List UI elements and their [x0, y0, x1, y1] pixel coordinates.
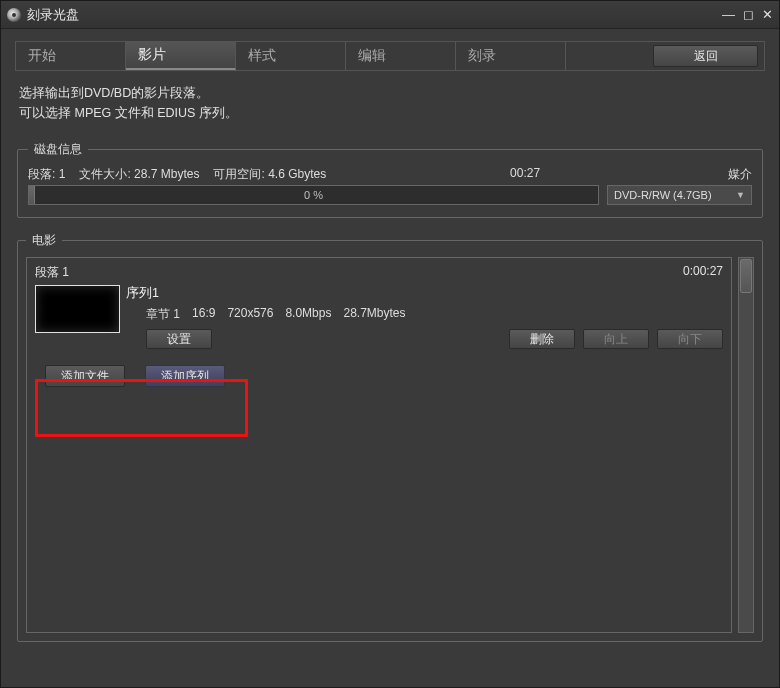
content-area: 开始 影片 样式 编辑 刻录 返回 选择输出到DVD/BD的影片段落。 可以选择… — [1, 29, 779, 668]
back-button[interactable]: 返回 — [653, 45, 758, 67]
add-file-label: 添加文件 — [61, 368, 109, 385]
back-button-label: 返回 — [694, 48, 718, 65]
tab-style-label: 样式 — [248, 47, 276, 65]
clip-settings-label: 设置 — [167, 331, 191, 348]
tab-movie[interactable]: 影片 — [126, 42, 236, 70]
clip-aspect: 16:9 — [192, 306, 215, 323]
clip-delete-button[interactable]: 删除 — [509, 329, 575, 349]
movie-list: 段落 1 0:00:27 序列1 章节 1 — [26, 257, 732, 633]
disc-icon — [7, 8, 21, 22]
tab-movie-label: 影片 — [138, 46, 166, 64]
clip-moveup-label: 向上 — [604, 331, 628, 348]
clip-seq-title: 序列1 — [126, 285, 723, 302]
clip-duration: 0:00:27 — [683, 264, 723, 281]
titlebar: 刻录光盘 — ◻ ✕ — [1, 1, 779, 29]
disk-progress-fill — [29, 186, 35, 204]
tab-style[interactable]: 样式 — [236, 42, 346, 70]
clip-moveup-button[interactable]: 向上 — [583, 329, 649, 349]
add-file-button[interactable]: 添加文件 — [45, 365, 125, 387]
window-title: 刻录光盘 — [27, 6, 79, 24]
disk-time: 00:27 — [510, 166, 540, 183]
tab-bar: 开始 影片 样式 编辑 刻录 返回 — [15, 41, 765, 71]
close-icon[interactable]: ✕ — [762, 7, 773, 22]
clip-info: 序列1 章节 1 16:9 720x576 8.0Mbps 28. — [126, 285, 723, 349]
tab-burn[interactable]: 刻录 — [456, 42, 566, 70]
help-line2: 可以选择 MPEG 文件和 EDIUS 序列。 — [19, 103, 761, 123]
clip-movedown-label: 向下 — [678, 331, 702, 348]
tab-start[interactable]: 开始 — [16, 42, 126, 70]
clip-bitrate: 8.0Mbps — [285, 306, 331, 323]
burn-disc-window: 刻录光盘 — ◻ ✕ 开始 影片 样式 编辑 刻录 返回 选择输出到DVD/BD… — [0, 0, 780, 688]
freespace-stat: 可用空间: 4.6 Gbytes — [213, 166, 326, 183]
movie-scrollbar[interactable] — [738, 257, 754, 633]
filesize-stat: 文件大小: 28.7 Mbytes — [79, 166, 199, 183]
add-sequence-button[interactable]: 添加序列 — [145, 365, 225, 387]
minimize-icon[interactable]: — — [722, 7, 735, 22]
help-text: 选择输出到DVD/BD的影片段落。 可以选择 MPEG 文件和 EDIUS 序列… — [19, 83, 761, 123]
media-select[interactable]: DVD-R/RW (4.7GB) ▼ — [607, 185, 752, 205]
tab-edit-label: 编辑 — [358, 47, 386, 65]
tab-burn-label: 刻录 — [468, 47, 496, 65]
movie-legend: 电影 — [26, 232, 62, 249]
clip-thumbnail[interactable] — [35, 285, 120, 333]
help-line1: 选择输出到DVD/BD的影片段落。 — [19, 83, 761, 103]
disk-progress-row: 0 % DVD-R/RW (4.7GB) ▼ — [28, 185, 752, 205]
tab-start-label: 开始 — [28, 47, 56, 65]
chevron-down-icon: ▼ — [736, 190, 745, 200]
media-label: 媒介 — [728, 166, 752, 183]
clip-name: 段落 1 — [35, 264, 69, 281]
maximize-icon[interactable]: ◻ — [743, 7, 754, 22]
disk-info-legend: 磁盘信息 — [28, 141, 88, 158]
add-sequence-label: 添加序列 — [161, 368, 209, 385]
clip-size: 28.7Mbytes — [343, 306, 405, 323]
clip-settings-button[interactable]: 设置 — [146, 329, 212, 349]
clip-meta: 章节 1 16:9 720x576 8.0Mbps 28.7Mbytes — [146, 306, 723, 323]
media-select-value: DVD-R/RW (4.7GB) — [614, 189, 712, 201]
disk-info-group: 磁盘信息 段落: 1 文件大小: 28.7 Mbytes 可用空间: 4.6 G… — [17, 141, 763, 218]
scrollbar-thumb[interactable] — [740, 259, 752, 293]
clip-item: 段落 1 0:00:27 序列1 章节 1 — [35, 264, 723, 349]
clip-delete-label: 删除 — [530, 331, 554, 348]
disk-progress-pct: 0 % — [304, 189, 323, 201]
movie-group: 电影 段落 1 0:00:27 序列1 — [17, 232, 763, 642]
clip-movedown-button[interactable]: 向下 — [657, 329, 723, 349]
disk-stats-row: 段落: 1 文件大小: 28.7 Mbytes 可用空间: 4.6 Gbytes… — [28, 166, 752, 183]
disk-progress: 0 % — [28, 185, 599, 205]
add-buttons-row: 添加文件 添加序列 — [35, 359, 723, 393]
clip-resolution: 720x576 — [227, 306, 273, 323]
segments-stat: 段落: 1 — [28, 166, 65, 183]
window-controls: — ◻ ✕ — [722, 7, 773, 22]
tab-edit[interactable]: 编辑 — [346, 42, 456, 70]
clip-chapter: 章节 1 — [146, 306, 180, 323]
